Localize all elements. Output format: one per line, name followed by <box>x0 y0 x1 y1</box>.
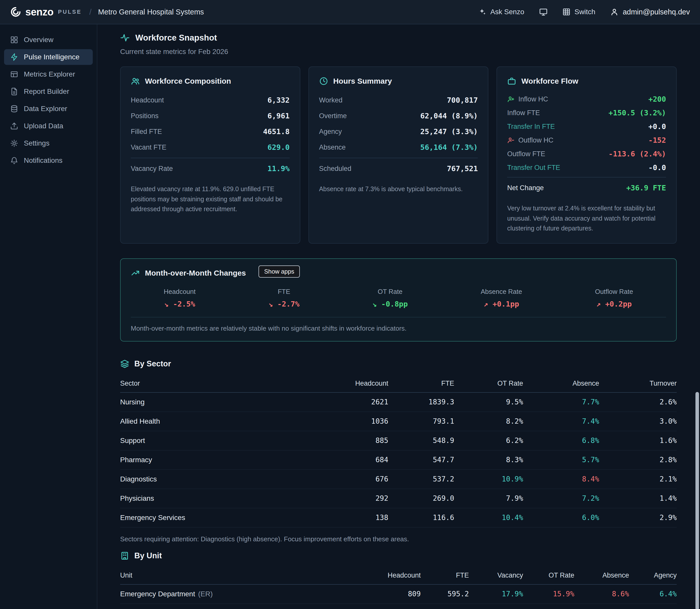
sidebar-item-overview[interactable]: Overview <box>4 32 93 48</box>
database-icon <box>10 105 18 113</box>
mom-item-headcount: Headcount ↘ -2.5% <box>164 288 196 308</box>
sparkles-icon <box>478 8 486 16</box>
clock-icon <box>319 76 328 86</box>
metric-row: Outflow FTE -113.6 (2.4%) <box>507 147 666 161</box>
metric-row: Worked 700,817 <box>319 92 478 108</box>
by-unit-title: By Unit <box>134 551 162 560</box>
mom-item-outflow-rate: Outflow Rate ↗ +0.2pp <box>595 288 633 308</box>
document-icon <box>10 87 18 95</box>
table-row: Emergency Department(ER) 809 595.2 17.9%… <box>120 585 677 604</box>
trending-up-icon <box>131 268 140 278</box>
sidebar-item-report-builder[interactable]: Report Builder <box>4 84 93 99</box>
brand-suffix: PULSE <box>58 8 82 15</box>
senzo-logo-icon <box>10 6 21 17</box>
bell-icon <box>10 156 18 164</box>
sidebar-item-pulse-intelligence[interactable]: Pulse Intelligence <box>4 49 93 65</box>
mom-note: Month-over-month metrics are relatively … <box>131 317 666 332</box>
sidebar-item-label: Upload Data <box>24 122 64 130</box>
trend-arrow: ↗ <box>596 300 600 308</box>
by-sector-title: By Sector <box>134 359 171 368</box>
card-title: Workforce Composition <box>145 77 231 85</box>
card-title: Hours Summary <box>333 77 392 85</box>
trend-arrow: ↘ <box>372 300 377 308</box>
hours-summary-card: Hours Summary Worked 700,817 Overtime 62… <box>308 66 489 244</box>
switch-button[interactable]: Switch <box>562 8 595 16</box>
user-email: admin@pulsehq.dev <box>623 8 690 16</box>
sidebar-item-label: Overview <box>24 36 53 44</box>
table-row: Diagnostics 676 537.2 10.9% 8.4% 2.1% <box>120 470 677 489</box>
trend-arrow: ↗ <box>484 300 488 308</box>
gear-icon <box>10 139 18 147</box>
show-apps-button[interactable]: Show apps <box>258 265 300 278</box>
building-icon <box>120 551 129 560</box>
brand-logo[interactable]: senzo PULSE <box>10 6 82 18</box>
month-over-month-card: Month-over-Month Changes Show apps Headc… <box>120 258 677 342</box>
page-subtitle: Current state metrics for Feb 2026 <box>120 48 677 56</box>
table-row: Nursing 2621 1839.3 9.5% 7.7% 2.6% <box>120 393 677 412</box>
metric-row: Inflow FTE +150.5 (3.2%) <box>507 106 666 120</box>
table-row: Support 885 548.9 6.2% 6.8% 1.6% <box>120 431 677 451</box>
grid-icon <box>10 36 18 44</box>
user-menu[interactable]: admin@pulsehq.dev <box>610 7 690 16</box>
table-row: Intensive Care Unit(ICU) 645 478.1 18.0%… <box>120 604 677 609</box>
metric-row: Overtime 62,044 (8.9%) <box>319 108 478 124</box>
sidebar-item-notifications[interactable]: Notifications <box>4 153 93 168</box>
bolt-icon <box>10 53 18 61</box>
metric-row-outflow-hc: Outflow HC -152 <box>507 133 666 147</box>
sidebar-item-label: Data Explorer <box>24 105 67 113</box>
grid-table-icon <box>562 8 571 16</box>
table-row: Allied Health 1036 793.1 8.2% 7.4% 3.0% <box>120 412 677 431</box>
sidebar-item-settings[interactable]: Settings <box>4 135 93 151</box>
unit-table: Unit Headcount FTE Vacancy OT Rate Absen… <box>120 567 677 609</box>
metric-row: Headcount 6,332 <box>131 92 290 108</box>
metric-row: Filled FTE 4651.8 <box>131 124 290 139</box>
metric-row: Transfer In FTE +0.0 <box>507 120 666 133</box>
user-plus-icon <box>507 95 515 103</box>
briefcase-icon <box>507 76 516 86</box>
card-note: Very low turnover at 2.4% is excellent f… <box>507 203 666 233</box>
ask-senzo-button[interactable]: Ask Senzo <box>478 8 524 16</box>
sector-table-header: Sector Headcount FTE OT Rate Absence Tur… <box>120 375 677 393</box>
trend-arrow: ↘ <box>164 300 168 308</box>
activity-icon <box>120 33 130 42</box>
unit-table-header: Unit Headcount FTE Vacancy OT Rate Absen… <box>120 567 677 585</box>
sidebar: Overview Pulse Intelligence Metrics Expl… <box>0 24 97 609</box>
table-row: Pharmacy 684 547.7 8.3% 5.7% 2.8% <box>120 451 677 470</box>
sidebar-item-label: Pulse Intelligence <box>24 53 79 61</box>
brand-name: senzo <box>25 6 53 18</box>
breadcrumb-org: Metro General Hospital Systems <box>98 8 204 16</box>
sidebar-item-metrics-explorer[interactable]: Metrics Explorer <box>4 66 93 82</box>
sidebar-item-label: Settings <box>24 139 50 147</box>
card-note: Absence rate at 7.3% is above typical be… <box>319 184 478 194</box>
display-button[interactable] <box>539 7 548 16</box>
sidebar-item-data-explorer[interactable]: Data Explorer <box>4 101 93 117</box>
metric-row-scheduled: Scheduled 767,521 <box>319 158 478 176</box>
table-icon <box>10 70 18 79</box>
user-minus-icon <box>507 136 515 144</box>
mom-title: Month-over-Month Changes <box>145 269 246 277</box>
card-note: Elevated vacancy rate at 11.9%. 629.0 un… <box>131 184 290 214</box>
mom-item-fte: FTE ↘ -2.7% <box>268 288 299 308</box>
metric-row: Agency 25,247 (3.3%) <box>319 124 478 139</box>
ask-senzo-label: Ask Senzo <box>490 8 524 16</box>
layers-icon <box>120 359 129 368</box>
monitor-icon <box>539 7 548 16</box>
mom-item-absence-rate: Absence Rate ↗ +0.1pp <box>481 288 522 308</box>
sidebar-item-upload-data[interactable]: Upload Data <box>4 118 93 134</box>
topbar: senzo PULSE / Metro General Hospital Sys… <box>0 0 700 24</box>
workforce-flow-card: Workforce Flow Inflow HC +200 <box>497 66 677 244</box>
metric-row: Absence 56,164 (7.3%) <box>319 139 478 155</box>
mom-item-ot-rate: OT Rate ↘ -0.8pp <box>372 288 408 308</box>
main-content: Workforce Snapshot Current state metrics… <box>97 24 700 609</box>
trend-arrow: ↘ <box>268 300 273 308</box>
metric-row: Transfer Out FTE -0.0 <box>507 161 666 174</box>
vertical-scrollbar-thumb[interactable] <box>696 392 699 609</box>
sidebar-item-label: Notifications <box>24 156 62 164</box>
upload-icon <box>10 122 18 130</box>
sector-table: Sector Headcount FTE OT Rate Absence Tur… <box>120 375 677 545</box>
metric-row-vacancy-rate: Vacancy Rate 11.9% <box>131 158 290 176</box>
workforce-composition-card: Workforce Composition Headcount 6,332 Po… <box>120 66 300 244</box>
card-title: Workforce Flow <box>521 77 578 85</box>
user-icon <box>610 7 618 16</box>
metric-row: Vacant FTE 629.0 <box>131 139 290 155</box>
